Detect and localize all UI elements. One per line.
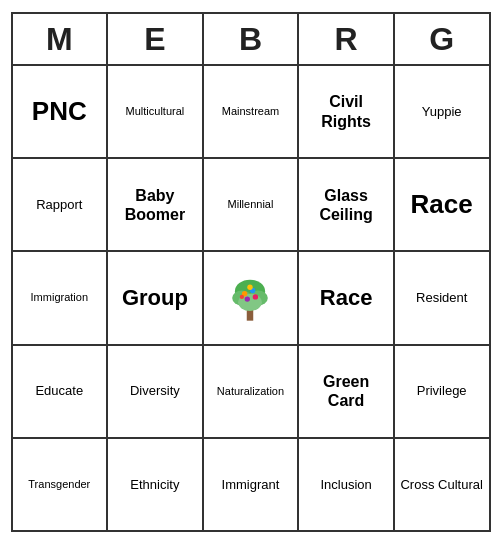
grid-cell: Inclusion <box>299 439 395 530</box>
tree-icon <box>223 271 277 325</box>
grid-cell: Resident <box>395 252 489 343</box>
bingo-card: MEBRG PNCMulticulturalMainstreamCivil Ri… <box>11 12 491 532</box>
grid-cell: Civil Rights <box>299 66 395 157</box>
grid-cell: Privilege <box>395 346 489 437</box>
cell-label: Educate <box>35 383 83 399</box>
cell-label: Diversity <box>130 383 180 399</box>
grid-cell: Yuppie <box>395 66 489 157</box>
grid-cell: Diversity <box>108 346 204 437</box>
grid-cell: Educate <box>13 346 109 437</box>
header-row: MEBRG <box>13 14 489 66</box>
cell-label: Cross Cultural <box>400 477 482 493</box>
cell-label: Privilege <box>417 383 467 399</box>
grid-cell: Ethnicity <box>108 439 204 530</box>
grid-cell: Rapport <box>13 159 109 250</box>
grid-cell: Race <box>395 159 489 250</box>
header-letter: R <box>299 14 395 64</box>
cell-label: Baby Boomer <box>112 186 198 224</box>
cell-label: Inclusion <box>320 477 371 493</box>
grid-row: RapportBaby BoomerMillennialGlass Ceilin… <box>13 159 489 252</box>
grid-cell: Multicultural <box>108 66 204 157</box>
cell-label: Mainstream <box>222 105 279 118</box>
grid-cell: Race <box>299 252 395 343</box>
svg-point-8 <box>245 296 250 301</box>
grid-row: ImmigrationGroup RaceReside <box>13 252 489 345</box>
grid-cell: Mainstream <box>204 66 300 157</box>
grid-cell: Transgender <box>13 439 109 530</box>
cell-label: Ethnicity <box>130 477 179 493</box>
cell-label: Race <box>320 285 373 311</box>
cell-label: Transgender <box>28 478 90 491</box>
cell-label: Naturalization <box>217 385 284 398</box>
header-letter: M <box>13 14 109 64</box>
cell-label: Immigration <box>31 291 88 304</box>
grid-cell: Immigration <box>13 252 109 343</box>
grid-cell: Glass Ceiling <box>299 159 395 250</box>
cell-label: PNC <box>32 96 87 127</box>
cell-label: Group <box>122 285 188 311</box>
cell-label: Immigrant <box>222 477 280 493</box>
grid-row: EducateDiversityNaturalizationGreen Card… <box>13 346 489 439</box>
cell-label: Glass Ceiling <box>303 186 389 224</box>
header-letter: B <box>204 14 300 64</box>
svg-point-9 <box>240 295 244 299</box>
svg-point-10 <box>248 285 253 290</box>
cell-label: Millennial <box>228 198 274 211</box>
grid-cell: Group <box>108 252 204 343</box>
grid-cell: PNC <box>13 66 109 157</box>
cell-label: Yuppie <box>422 104 462 120</box>
grid-cell: Millennial <box>204 159 300 250</box>
cell-label: Multicultural <box>126 105 185 118</box>
grid-row: PNCMulticulturalMainstreamCivil RightsYu… <box>13 66 489 159</box>
grid-row: TransgenderEthnicityImmigrantInclusionCr… <box>13 439 489 530</box>
grid-cell: Naturalization <box>204 346 300 437</box>
grid-cell: Baby Boomer <box>108 159 204 250</box>
grid-cell <box>204 252 300 343</box>
svg-rect-0 <box>247 310 253 321</box>
header-letter: G <box>395 14 489 64</box>
cell-label: Green Card <box>303 372 389 410</box>
header-letter: E <box>108 14 204 64</box>
cell-label: Race <box>411 189 473 220</box>
grid-body: PNCMulticulturalMainstreamCivil RightsYu… <box>13 66 489 530</box>
grid-cell: Green Card <box>299 346 395 437</box>
svg-point-7 <box>253 294 258 299</box>
cell-label: Rapport <box>36 197 82 213</box>
grid-cell: Cross Cultural <box>395 439 489 530</box>
cell-label: Civil Rights <box>303 92 389 130</box>
grid-cell: Immigrant <box>204 439 300 530</box>
cell-label: Resident <box>416 290 467 306</box>
